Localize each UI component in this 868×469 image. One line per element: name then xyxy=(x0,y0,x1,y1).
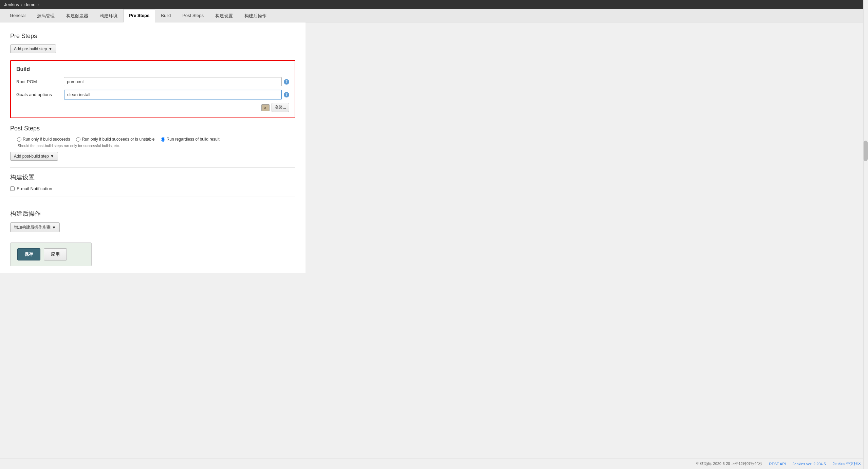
add-post-build-step-arrow: ▼ xyxy=(50,154,54,159)
goals-label: Goals and options xyxy=(16,92,64,97)
add-post-build-action-arrow: ▼ xyxy=(52,225,56,230)
goals-help-icon[interactable]: ? xyxy=(284,92,289,97)
maven-icon[interactable]: M xyxy=(261,104,270,111)
tab-presteps[interactable]: Pre Steps xyxy=(123,9,155,22)
tab-env[interactable]: 构建环境 xyxy=(94,9,123,22)
radio-success[interactable] xyxy=(17,137,21,142)
radio-unstable[interactable] xyxy=(76,137,80,142)
footer: 生成页面: 2020-3-20 上午12时07分44秒 REST API Jen… xyxy=(0,458,868,469)
topbar: Jenkins › demo › xyxy=(0,0,868,9)
radio-unstable-label[interactable]: Run only if build succeeds or is unstabl… xyxy=(76,137,154,142)
divider-1 xyxy=(10,167,295,168)
tab-bar: General 源码管理 构建触发器 构建环境 Pre Steps Build … xyxy=(0,9,868,22)
page-content: Pre Steps Add pre-build step ▼ Build Roo… xyxy=(0,22,306,273)
build-section: Build Root POM ? Goals and options ? M 高… xyxy=(10,60,295,118)
action-bar: 保存 应用 xyxy=(10,242,92,266)
footer-community-link[interactable]: Jenkins 中文社区 xyxy=(833,461,861,466)
advanced-button[interactable]: 高级... xyxy=(272,103,289,112)
tab-build[interactable]: Build xyxy=(155,9,177,22)
svg-text:M: M xyxy=(263,106,266,110)
scrollbar[interactable] xyxy=(863,0,868,469)
radio-always-text: Run regardless of build result xyxy=(167,137,220,142)
chevron-1: › xyxy=(21,2,22,7)
build-settings-section: 构建设置 E-mail Notification xyxy=(10,173,295,197)
pre-steps-title: Pre Steps xyxy=(10,33,295,40)
tab-postbuild[interactable]: 构建后操作 xyxy=(239,9,272,22)
radio-success-label[interactable]: Run only if build succeeds xyxy=(17,137,70,142)
demo-link[interactable]: demo xyxy=(24,2,36,7)
footer-rest-api-link[interactable]: REST API xyxy=(769,462,786,466)
goals-row: Goals and options ? xyxy=(16,90,289,100)
post-steps-radio-group: Run only if build succeeds Run only if b… xyxy=(10,137,295,142)
tab-settings[interactable]: 构建设置 xyxy=(209,9,239,22)
footer-generated: 生成页面: 2020-3-20 上午12时07分44秒 xyxy=(696,461,762,466)
radio-success-text: Run only if build succeeds xyxy=(23,137,70,142)
add-post-build-action-label: 增加构建后操作步骤 xyxy=(14,224,51,230)
post-steps-hint: Should the post-build steps run only for… xyxy=(10,144,295,148)
advanced-row: M 高级... xyxy=(16,103,289,112)
goals-input[interactable] xyxy=(64,90,282,100)
chevron-2: › xyxy=(38,2,39,7)
tab-poststeps[interactable]: Post Steps xyxy=(177,9,209,22)
root-pom-input[interactable] xyxy=(64,77,282,86)
root-pom-label: Root POM xyxy=(16,79,64,84)
scrollbar-thumb[interactable] xyxy=(864,141,868,161)
add-post-build-action-button[interactable]: 增加构建后操作步骤 ▼ xyxy=(10,222,60,232)
build-section-title: Build xyxy=(16,66,289,72)
email-notification-text: E-mail Notification xyxy=(17,186,52,191)
save-button[interactable]: 保存 xyxy=(17,248,40,260)
add-post-build-step-button[interactable]: Add post-build step ▼ xyxy=(10,152,58,161)
add-pre-build-step-arrow: ▼ xyxy=(48,47,52,51)
radio-always-label[interactable]: Run regardless of build result xyxy=(161,137,220,142)
tab-general[interactable]: General xyxy=(4,9,31,22)
post-build-title: 构建后操作 xyxy=(10,210,295,218)
add-pre-build-step-button[interactable]: Add pre-build step ▼ xyxy=(10,44,56,53)
add-pre-build-step-label: Add pre-build step xyxy=(14,47,47,51)
footer-jenkins-version-link[interactable]: Jenkins ver. 2.204.5 xyxy=(793,462,826,466)
radio-always[interactable] xyxy=(161,137,165,142)
post-steps-section: Post Steps Run only if build succeeds Ru… xyxy=(10,125,295,161)
jenkins-link[interactable]: Jenkins xyxy=(4,2,19,7)
root-pom-row: Root POM ? xyxy=(16,77,289,86)
divider-2 xyxy=(10,204,295,204)
post-steps-title: Post Steps xyxy=(10,125,295,132)
tab-triggers[interactable]: 构建触发器 xyxy=(60,9,94,22)
post-build-section: 构建后操作 增加构建后操作步骤 ▼ xyxy=(10,210,295,232)
root-pom-help-icon[interactable]: ? xyxy=(284,79,289,85)
apply-button[interactable]: 应用 xyxy=(44,248,67,260)
radio-unstable-text: Run only if build succeeds or is unstabl… xyxy=(82,137,154,142)
build-settings-title: 构建设置 xyxy=(10,173,295,181)
tab-scm[interactable]: 源码管理 xyxy=(31,9,60,22)
email-notification-label[interactable]: E-mail Notification xyxy=(10,186,295,191)
add-post-build-step-label: Add post-build step xyxy=(14,154,49,159)
email-notification-checkbox[interactable] xyxy=(10,186,15,191)
